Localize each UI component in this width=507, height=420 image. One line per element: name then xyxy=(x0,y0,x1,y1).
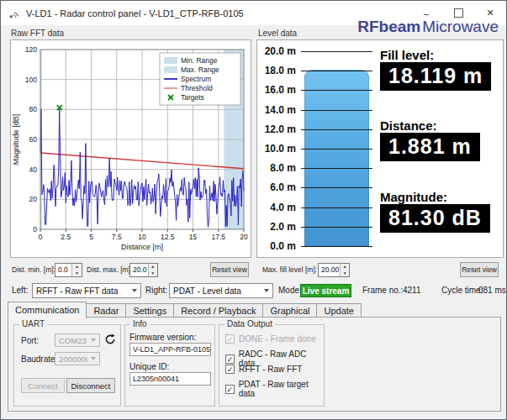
gauge-tick-line xyxy=(301,207,372,208)
checkbox-rfft[interactable]: ✓ RFFT - Raw FFT xyxy=(225,365,302,374)
gauge-tick-label: 16.0 m xyxy=(257,84,296,96)
gauge-tick-label: 12.0 m xyxy=(257,123,296,135)
spin-up-icon[interactable]: ▲ xyxy=(149,264,157,270)
fft-chart-svg[interactable]: 02.557.51012.51517.520020406080100120Dis… xyxy=(11,40,251,257)
spin-down-icon[interactable]: ▼ xyxy=(149,270,157,277)
left-stream-label: Left: xyxy=(12,283,28,298)
frame-no-label: Frame no.: xyxy=(362,283,403,298)
port-select: COM23 xyxy=(55,333,100,347)
svg-text:Max. Range: Max. Range xyxy=(181,66,219,74)
checkbox-done: ✓ DONE - Frame done xyxy=(225,334,316,344)
gauge-tick-label: 8.0 m xyxy=(257,162,296,174)
svg-text:Magnitude [dB]: Magnitude [dB] xyxy=(12,114,20,165)
svg-text:5: 5 xyxy=(89,233,93,241)
svg-text:20: 20 xyxy=(29,195,38,203)
tab-bar: Communication Radar Settings Record / Pl… xyxy=(8,302,361,318)
level-group-label: Level data xyxy=(258,29,297,38)
fft-chart[interactable]: 02.557.51012.51517.520020406080100120Dis… xyxy=(10,39,251,258)
reset-view-right-button[interactable]: Reset view xyxy=(460,262,499,277)
tab-page-communication: UART Port: COM23 Baudrate: 2000000 Conne… xyxy=(8,317,501,412)
distance-label: Distance: xyxy=(380,118,437,133)
baudrate-select: 2000000 xyxy=(55,352,100,365)
info-group-label: Info xyxy=(130,319,150,328)
spin-up-icon[interactable]: ▲ xyxy=(72,264,82,270)
chevron-down-icon xyxy=(129,289,140,292)
dist-max-stepper[interactable]: 20.0 ▲▼ xyxy=(129,263,158,277)
gauge-tick-label: 18.0 m xyxy=(257,65,296,76)
gauge-tick-line xyxy=(301,110,372,111)
checkbox-checked-icon[interactable]: ✓ xyxy=(225,385,235,394)
spin-down-icon[interactable]: ▼ xyxy=(341,270,349,277)
max-fill-stepper[interactable]: 20.00 ▲▼ xyxy=(318,263,350,277)
right-stream-label: Right: xyxy=(145,283,167,298)
gauge-tick-label: 20.0 m xyxy=(257,45,296,57)
svg-text:100: 100 xyxy=(25,76,37,84)
dist-min-label: Dist. min. [m]: xyxy=(12,262,55,278)
info-group: Info Firmware version: V-LD1_APP-RFB-010… xyxy=(124,324,215,407)
cycle-time-value: 081 ms xyxy=(478,283,506,298)
dist-min-stepper[interactable]: 0.0 ▲▼ xyxy=(55,263,82,277)
svg-text:80: 80 xyxy=(29,105,38,113)
right-stream-value: PDAT - Level data xyxy=(170,286,261,296)
svg-text:15: 15 xyxy=(189,233,198,241)
checkbox-pdat-label: PDAT - Raw target data xyxy=(239,380,324,398)
gauge-tick-label: 2.0 m xyxy=(257,221,296,233)
firmware-version-label: Firmware version: xyxy=(129,333,196,342)
svg-text:7.5: 7.5 xyxy=(112,233,122,241)
data-output-group: Data Output ✓ DONE - Frame done ✓ RADC -… xyxy=(219,324,325,407)
gauge-tick-label: 0.0 m xyxy=(257,240,296,252)
spin-up-icon[interactable]: ▲ xyxy=(341,264,349,270)
checkbox-done-label: DONE - Frame done xyxy=(239,334,316,344)
svg-text:17.5: 17.5 xyxy=(211,233,225,241)
gauge-tick-line xyxy=(301,168,372,169)
port-value: COM23 xyxy=(55,336,87,345)
baudrate-value: 2000000 xyxy=(55,354,87,364)
max-fill-label: Max. fill level [m]: xyxy=(262,262,317,278)
checkbox-checked-icon: ✓ xyxy=(225,334,235,344)
frame-no-value: 4211 xyxy=(403,283,421,298)
svg-text:12.5: 12.5 xyxy=(161,233,175,241)
max-fill-value[interactable]: 20.00 xyxy=(319,264,340,276)
mode-status-badge: Live stream xyxy=(300,284,351,297)
checkbox-checked-icon[interactable]: ✓ xyxy=(225,365,235,374)
left-stream-select[interactable]: RFFT - Raw FFT data xyxy=(32,283,141,298)
chevron-down-icon xyxy=(87,357,99,360)
logo-light: Microwave xyxy=(422,18,499,35)
rfbeam-logo: RFbeamMicrowave xyxy=(357,18,499,36)
svg-text:120: 120 xyxy=(25,45,37,54)
cycle-time-label: Cycle time: xyxy=(441,283,483,298)
app-window: V-LD1 - Radar control panel - V-LD1_CTP-… xyxy=(0,0,507,420)
logo-bold: RFbeam xyxy=(357,18,420,35)
checkbox-checked-icon[interactable]: ✓ xyxy=(225,354,235,364)
baudrate-label: Baudrate: xyxy=(21,354,57,364)
firmware-version-field: V-LD1_APP-RFB-0105 xyxy=(129,343,211,356)
distance-value: 1.881 m xyxy=(380,133,480,161)
gauge-tick-label: 4.0 m xyxy=(257,202,296,213)
refresh-ports-icon[interactable] xyxy=(104,333,116,349)
unique-id-label: Unique ID: xyxy=(129,362,169,371)
reset-view-left-button[interactable]: Reset view xyxy=(210,262,249,277)
svg-text:0: 0 xyxy=(33,225,37,234)
uart-group-label: UART xyxy=(19,319,47,328)
tab-communication[interactable]: Communication xyxy=(8,302,87,318)
svg-text:Min. Range: Min. Range xyxy=(181,56,218,65)
dist-min-value[interactable]: 0.0 xyxy=(55,264,71,276)
disconnect-button[interactable]: Disconnect xyxy=(66,378,115,393)
checkbox-pdat[interactable]: ✓ PDAT - Raw target data xyxy=(225,380,324,398)
uart-group: UART Port: COM23 Baudrate: 2000000 Conne… xyxy=(13,324,121,407)
dist-max-label: Dist. max. [m]: xyxy=(87,262,132,278)
gauge-fill-bar xyxy=(304,70,369,246)
level-panel: 20.0 m18.0 m16.0 m14.0 m12.0 m10.0 m8.0 … xyxy=(256,39,504,258)
right-stream-select[interactable]: PDAT - Level data xyxy=(169,283,273,298)
app-icon xyxy=(8,8,20,19)
magnitude-value: 81.30 dB xyxy=(380,204,490,233)
dist-max-value[interactable]: 20.0 xyxy=(130,264,148,276)
gauge-tick-line xyxy=(301,149,372,150)
gauge-tick-line xyxy=(301,90,372,91)
svg-text:20: 20 xyxy=(240,233,248,241)
svg-text:2.5: 2.5 xyxy=(61,233,71,241)
spin-down-icon[interactable]: ▼ xyxy=(72,270,82,277)
window-title: V-LD1 - Radar control panel - V-LD1_CTP-… xyxy=(26,8,244,18)
gauge-tick-label: 6.0 m xyxy=(257,181,296,193)
svg-text:0: 0 xyxy=(39,233,43,241)
